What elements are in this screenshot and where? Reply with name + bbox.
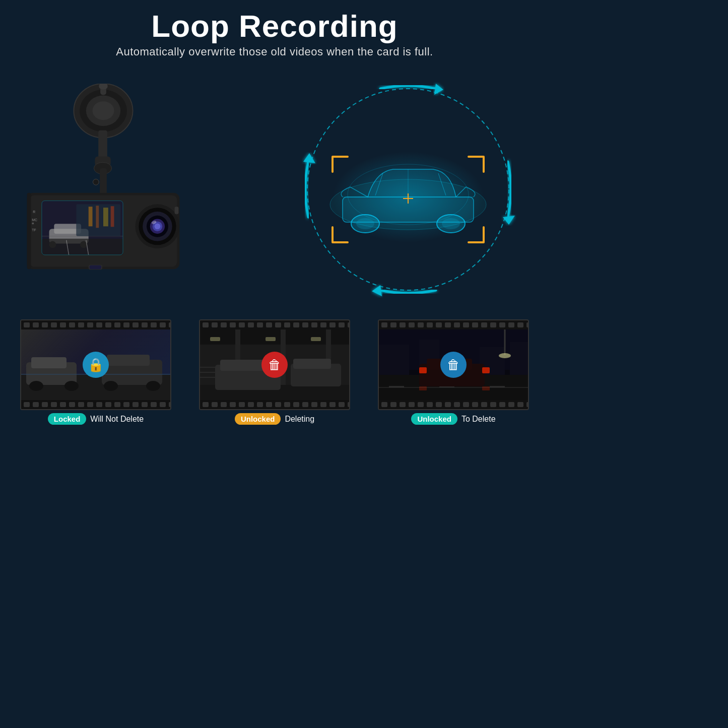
hole <box>212 402 218 407</box>
svg-text:R: R <box>33 210 35 214</box>
hole <box>87 322 93 327</box>
hole <box>142 322 148 327</box>
hole <box>418 402 424 407</box>
svg-rect-43 <box>90 266 101 270</box>
svg-rect-13 <box>27 193 31 269</box>
hole <box>60 322 66 327</box>
hole <box>517 402 523 407</box>
svg-rect-24 <box>103 208 108 226</box>
hole <box>302 322 308 327</box>
film-strip-to-delete: 🗑 <box>378 319 529 410</box>
svg-rect-104 <box>510 342 528 375</box>
hole <box>87 402 93 407</box>
hole <box>239 322 245 327</box>
hole <box>445 322 451 327</box>
film-holes-bottom-1 <box>21 400 170 409</box>
hole <box>239 402 245 407</box>
svg-marker-64 <box>434 84 443 95</box>
thumbnail-to-delete: 🗑 <box>378 319 529 425</box>
hole <box>123 402 129 407</box>
svg-rect-110 <box>482 386 490 390</box>
svg-point-3 <box>93 101 114 120</box>
hole <box>508 322 514 327</box>
svg-rect-72 <box>107 355 150 366</box>
hole <box>69 402 75 407</box>
hole <box>160 322 166 327</box>
label-row-deleting: Unlocked Deleting <box>235 413 314 425</box>
thumbnail-deleting: 🗑 <box>199 319 350 425</box>
hole <box>133 322 139 327</box>
middle-section: R MC TF <box>0 58 549 315</box>
film-holes-bottom-2 <box>200 400 349 409</box>
svg-rect-100 <box>490 386 505 387</box>
hole <box>454 402 460 407</box>
svg-rect-91 <box>210 337 220 341</box>
hole <box>275 322 281 327</box>
hole <box>69 322 75 327</box>
hole <box>348 322 350 327</box>
hole <box>96 322 102 327</box>
hole <box>60 402 66 407</box>
hole <box>257 402 263 407</box>
hole <box>293 402 299 407</box>
scene-night-car: 🗑 <box>379 329 528 400</box>
hole <box>51 402 57 407</box>
hole <box>390 322 396 327</box>
hole <box>105 402 111 407</box>
loop-svg <box>282 63 534 315</box>
hole <box>409 322 415 327</box>
hole <box>248 402 254 407</box>
hole <box>329 402 336 407</box>
label-locked: Will Not Delete <box>90 415 144 424</box>
hole <box>203 322 209 327</box>
hole <box>499 322 505 327</box>
hole <box>114 402 120 407</box>
svg-point-36 <box>155 224 161 230</box>
film-holes-top-2 <box>200 320 349 329</box>
hole <box>472 402 478 407</box>
hole <box>51 322 57 327</box>
badge-locked: Locked <box>48 413 87 425</box>
lock-icon: 🔒 <box>83 352 109 378</box>
svg-rect-92 <box>266 337 276 341</box>
film-inner-locked: 🔒 <box>21 329 170 400</box>
hole <box>221 402 227 407</box>
badge-unlocked-to-delete: Unlocked <box>411 413 457 425</box>
film-inner-deleting: 🗑 <box>200 329 349 400</box>
hole <box>160 402 166 407</box>
hole <box>481 322 487 327</box>
main-title: Loop Recording <box>0 9 549 43</box>
hole <box>445 402 451 407</box>
hole <box>381 322 387 327</box>
film-holes-bottom-3 <box>379 400 528 409</box>
svg-marker-65 <box>503 216 515 225</box>
svg-marker-67 <box>303 153 315 163</box>
hole <box>24 322 30 327</box>
hole <box>78 402 84 407</box>
hole <box>169 322 171 327</box>
svg-point-76 <box>146 381 160 391</box>
hole <box>123 322 129 327</box>
svg-rect-85 <box>220 360 266 371</box>
thumbnails-section: 🔒 <box>0 315 549 432</box>
hole <box>266 322 272 327</box>
hole <box>142 402 148 407</box>
hole <box>436 322 442 327</box>
hole <box>400 402 406 407</box>
svg-marker-66 <box>372 285 382 296</box>
film-strip-locked: 🔒 <box>20 319 171 410</box>
trash-red-icon: 🗑 <box>261 352 288 378</box>
hole <box>526 402 529 407</box>
hole <box>42 322 48 327</box>
label-to-delete: To Delete <box>461 415 496 424</box>
hole <box>400 322 406 327</box>
hole <box>151 322 157 327</box>
hole <box>133 402 139 407</box>
hole <box>257 322 263 327</box>
svg-rect-107 <box>419 367 427 373</box>
svg-point-112 <box>499 353 511 358</box>
hole <box>339 322 345 327</box>
svg-rect-25 <box>111 206 114 227</box>
svg-point-53 <box>356 218 374 229</box>
hole <box>248 322 254 327</box>
